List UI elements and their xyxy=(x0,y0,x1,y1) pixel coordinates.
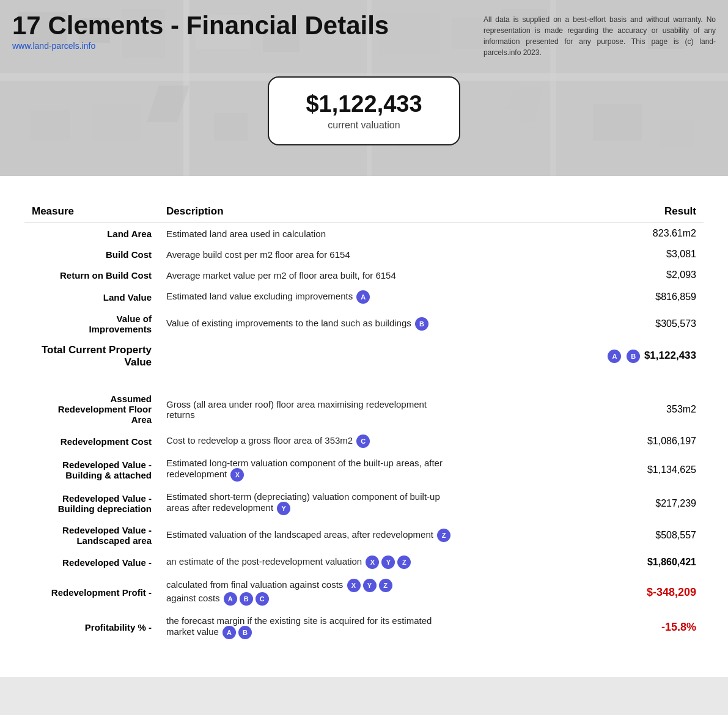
table-row: Return on Build CostAverage market value… xyxy=(24,265,704,285)
badge-z: Z xyxy=(397,556,411,569)
badge-c: C xyxy=(356,435,370,448)
measure-cell: AssumedRedevelopment FloorArea xyxy=(24,389,159,430)
badge-y: Y xyxy=(363,579,377,592)
page-title: 17 Clements - Financial Details xyxy=(12,11,389,40)
badge-y: Y xyxy=(277,502,290,515)
result-cell: $508,557 xyxy=(465,520,704,551)
measure-cell: Build Cost xyxy=(24,244,159,265)
measure-cell: Redevelopment Cost xyxy=(24,430,159,453)
result-cell: $217,239 xyxy=(465,486,704,520)
badge-a: A xyxy=(608,350,621,363)
disclaimer: All data is supplied on a best-effort ba… xyxy=(483,11,716,58)
table-row: Redeveloped Value -Landscaped areaEstima… xyxy=(24,520,704,551)
table-row: Build CostAverage build cost per m2 floo… xyxy=(24,244,704,265)
table-row: Total Current Property ValueA B $1,122,4… xyxy=(24,339,704,373)
measure-cell: Profitability % - xyxy=(24,610,159,644)
badge-z: Z xyxy=(379,579,392,592)
main-content: Measure Description Result Land AreaEsti… xyxy=(0,176,728,677)
measure-cell: Land Value xyxy=(24,285,159,309)
table-row: Land ValueEstimated land value excluding… xyxy=(24,285,704,309)
badge-x: X xyxy=(366,556,379,569)
badge-b: B xyxy=(627,350,640,363)
measure-cell: Redeveloped Value -Building depreciation xyxy=(24,486,159,520)
header: 17 Clements - Financial Details www.land… xyxy=(0,0,728,58)
measure-cell: Redeveloped Value -Landscaped area xyxy=(24,520,159,551)
result-cell: $1,134,625 xyxy=(465,453,704,486)
result-cell: $1,086,197 xyxy=(465,430,704,453)
description-cell: an estimate of the post-redevelopment va… xyxy=(159,551,465,574)
table-row: Redevelopment CostCost to redevelop a gr… xyxy=(24,430,704,453)
valuation-box: $1,122,433 current valuation xyxy=(268,76,460,145)
badge-a: A xyxy=(222,626,236,639)
result-cell: $3,081 xyxy=(465,244,704,265)
description-cell: Estimated land value excluding improveme… xyxy=(159,285,465,309)
result-cell: $1,860,421 xyxy=(465,551,704,574)
col-header-description: Description xyxy=(159,200,465,223)
website-link[interactable]: www.land-parcels.info xyxy=(12,41,95,51)
table-row: Redeveloped Value -Building depreciation… xyxy=(24,486,704,520)
description-cell: Cost to redevelop a gross floor area of … xyxy=(159,430,465,453)
badge-a: A xyxy=(224,592,237,606)
result-cell: $305,573 xyxy=(465,309,704,339)
measure-cell: Return on Build Cost xyxy=(24,265,159,285)
result-cell: $-348,209 xyxy=(465,574,704,610)
result-cell: A B $1,122,433 xyxy=(465,339,704,373)
result-cell: $816,859 xyxy=(465,285,704,309)
badge-z: Z xyxy=(437,529,450,542)
description-cell: Gross (all area under roof) floor area m… xyxy=(159,389,465,430)
valuation-label: current valuation xyxy=(306,120,422,131)
description-cell xyxy=(159,339,465,373)
spacer-row xyxy=(24,373,704,389)
col-header-measure: Measure xyxy=(24,200,159,223)
description-cell: Estimated long-term valuation component … xyxy=(159,453,465,486)
table-row: Profitability % -the forecast margin if … xyxy=(24,610,704,644)
badge-x: X xyxy=(347,579,361,592)
financial-table: Measure Description Result Land AreaEsti… xyxy=(24,200,704,644)
description-cell: Estimated valuation of the landscaped ar… xyxy=(159,520,465,551)
result-cell: 353m2 xyxy=(465,389,704,430)
result-cell: $2,093 xyxy=(465,265,704,285)
result-cell: 823.61m2 xyxy=(465,223,704,244)
badge-b: B xyxy=(415,317,428,331)
result-cell: -15.8% xyxy=(465,610,704,644)
measure-cell: Redeveloped Value - xyxy=(24,551,159,574)
badge-x: X xyxy=(230,468,244,482)
description-cell: Average market value per m2 of floor are… xyxy=(159,265,465,285)
table-row: AssumedRedevelopment FloorAreaGross (all… xyxy=(24,389,704,430)
description-cell: Estimated land area used in calculation xyxy=(159,223,465,244)
table-row: Redevelopment Profit -calculated from fi… xyxy=(24,574,704,610)
badge-b: B xyxy=(238,626,252,639)
description-cell: the forecast margin if the existing site… xyxy=(159,610,465,644)
table-header-row: Measure Description Result xyxy=(24,200,704,223)
badge-b: B xyxy=(240,592,253,606)
valuation-amount: $1,122,433 xyxy=(306,91,422,117)
col-header-result: Result xyxy=(465,200,704,223)
description-cell: Value of existing improvements to the la… xyxy=(159,309,465,339)
table-row: Redeveloped Value -an estimate of the po… xyxy=(24,551,704,574)
measure-cell: Redeveloped Value -Building & attached xyxy=(24,453,159,486)
measure-cell: Value ofImprovements xyxy=(24,309,159,339)
measure-cell: Land Area xyxy=(24,223,159,244)
measure-cell: Total Current Property Value xyxy=(24,339,159,373)
header-left: 17 Clements - Financial Details www.land… xyxy=(12,11,389,51)
description-cell: Average build cost per m2 floor area for… xyxy=(159,244,465,265)
valuation-container: $1,122,433 current valuation xyxy=(0,58,728,145)
badge-c: C xyxy=(256,592,269,606)
table-row: Land AreaEstimated land area used in cal… xyxy=(24,223,704,244)
badge-a: A xyxy=(356,290,370,304)
badge-y: Y xyxy=(381,556,395,569)
description-cell: Estimated short-term (depreciating) valu… xyxy=(159,486,465,520)
description-cell: calculated from final valuation against … xyxy=(159,574,465,610)
table-row: Redeveloped Value -Building & attachedEs… xyxy=(24,453,704,486)
measure-cell: Redevelopment Profit - xyxy=(24,574,159,610)
table-row: Value ofImprovementsValue of existing im… xyxy=(24,309,704,339)
